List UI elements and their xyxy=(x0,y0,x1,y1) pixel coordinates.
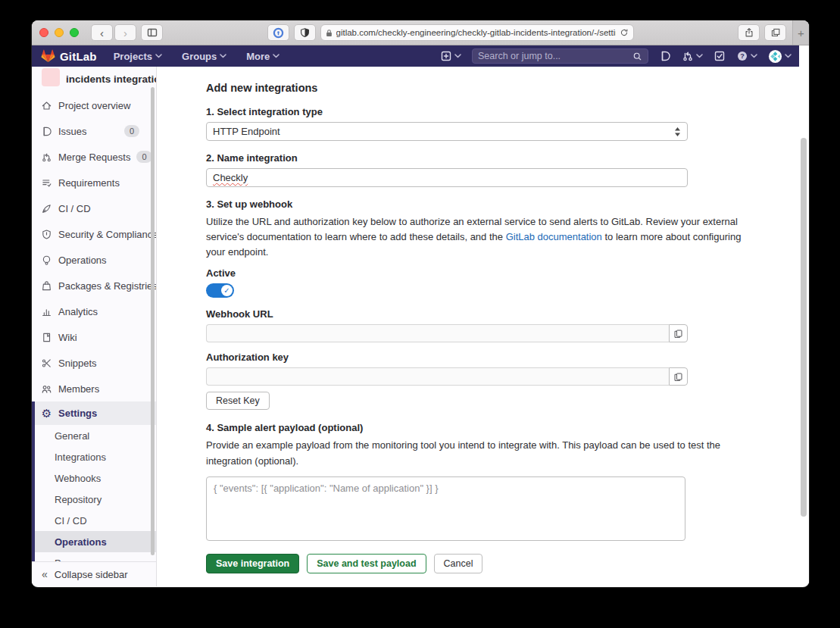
reload-icon[interactable] xyxy=(620,28,629,37)
merge-request-icon xyxy=(682,50,694,62)
zoom-window-button[interactable] xyxy=(70,28,79,37)
gitlab-logo-text[interactable]: GitLab xyxy=(60,50,97,63)
sidebar-item-packages-registries[interactable]: Packages & Registries xyxy=(32,273,156,298)
page-scrollbar-thumb[interactable] xyxy=(801,138,807,517)
back-button[interactable]: ‹ xyxy=(91,24,113,41)
chevron-down-icon xyxy=(454,54,461,58)
global-search[interactable] xyxy=(472,48,648,64)
reset-key-button[interactable]: Reset Key xyxy=(206,392,270,410)
integration-name-input[interactable]: Checkly xyxy=(206,168,688,187)
gitlab-documentation-link[interactable]: GitLab documentation xyxy=(506,231,602,242)
sidebar-item-merge-requests[interactable]: Merge Requests 0 xyxy=(32,144,156,170)
authorization-key-label: Authorization key xyxy=(206,351,781,363)
people-icon xyxy=(41,383,52,395)
lock-icon xyxy=(326,29,333,37)
sidebar-item-wiki[interactable]: Wiki xyxy=(32,324,156,350)
chevron-down-icon xyxy=(785,54,792,58)
authorization-key-input[interactable] xyxy=(206,367,669,386)
settings-sub-webhooks[interactable]: Webhooks xyxy=(35,467,156,489)
cancel-button[interactable]: Cancel xyxy=(434,554,483,573)
todo-nav-icon[interactable] xyxy=(714,50,726,62)
browser-window: ‹ › gitlab.com/checkly-engineering/check… xyxy=(32,20,809,587)
shield-icon xyxy=(41,229,52,240)
gitlab-logo-icon xyxy=(41,49,55,63)
password-extension-icon xyxy=(273,27,284,39)
chevron-down-icon xyxy=(155,54,162,58)
book-icon xyxy=(41,332,52,343)
integration-type-label: 1. Select integration type xyxy=(206,106,781,117)
operations-settings-content: Add new integrations 1. Select integrati… xyxy=(157,67,799,586)
project-sidebar: incidents integration Project overview I… xyxy=(32,67,157,586)
password-extension-button[interactable] xyxy=(267,24,289,41)
sidebar-item-issues[interactable]: Issues 0 xyxy=(32,118,156,144)
copy-icon xyxy=(673,329,683,339)
sidebar-item-analytics[interactable]: Analytics xyxy=(32,298,156,324)
collapse-sidebar-button[interactable]: « Collapse sidebar xyxy=(32,561,156,586)
user-menu-button[interactable] xyxy=(768,49,792,64)
sidebar-item-project-overview[interactable]: Project overview xyxy=(32,92,156,118)
webhook-url-label: Webhook URL xyxy=(206,308,781,320)
new-menu-button[interactable] xyxy=(440,50,461,62)
save-integration-button[interactable]: Save integration xyxy=(206,554,299,573)
minimize-window-button[interactable] xyxy=(55,28,64,37)
active-toggle[interactable]: ✓ xyxy=(206,283,234,298)
sidebar-item-security-compliance[interactable]: Security & Compliance xyxy=(32,221,156,247)
share-button[interactable] xyxy=(738,24,760,41)
sidebar-icon xyxy=(146,27,158,39)
gear-icon: ⚙ xyxy=(41,408,52,419)
copy-webhook-url-button[interactable] xyxy=(669,324,688,342)
sidebar-item-operations[interactable]: Operations xyxy=(32,247,156,273)
svg-text:?: ? xyxy=(740,52,745,60)
page-scrollbar-track[interactable] xyxy=(799,45,809,586)
scissors-icon xyxy=(41,358,52,369)
chevron-down-icon xyxy=(696,54,703,58)
new-tab-button[interactable]: + xyxy=(792,20,809,45)
close-window-button[interactable] xyxy=(39,28,48,37)
merge-request-icon xyxy=(41,152,52,163)
merge-requests-nav-button[interactable] xyxy=(682,50,703,62)
copy-authorization-key-button[interactable] xyxy=(669,367,688,386)
sidebar-item-settings[interactable]: ⚙ Settings xyxy=(35,401,156,425)
settings-sub-repository[interactable]: Repository xyxy=(35,489,156,510)
settings-sub-cicd[interactable]: CI / CD xyxy=(35,510,156,531)
search-icon xyxy=(632,52,642,61)
settings-sub-operations[interactable]: Operations xyxy=(35,531,156,552)
url-field[interactable]: gitlab.com/checkly-engineering/checkly-g… xyxy=(320,24,634,41)
merge-requests-count-badge: 0 xyxy=(136,151,151,163)
tabs-icon xyxy=(770,27,781,38)
select-stepper-icon xyxy=(674,127,681,136)
nav-menu-projects[interactable]: Projects xyxy=(114,51,162,62)
sidebar-toggle-button[interactable] xyxy=(141,24,163,41)
sample-payload-textarea[interactable] xyxy=(206,476,685,541)
integration-type-select[interactable]: HTTP Endpoint xyxy=(206,122,688,141)
save-and-test-payload-button[interactable]: Save and test payload xyxy=(307,554,426,573)
nav-menu-groups[interactable]: Groups xyxy=(182,51,226,62)
issues-count-badge: 0 xyxy=(124,125,139,137)
nav-menu-more[interactable]: More xyxy=(246,51,279,62)
issues-nav-icon[interactable] xyxy=(659,50,671,62)
issues-icon xyxy=(41,126,52,137)
window-controls xyxy=(39,28,79,37)
chevron-down-icon xyxy=(751,54,757,58)
settings-sub-integrations[interactable]: Integrations xyxy=(35,446,156,467)
sidebar-item-members[interactable]: Members xyxy=(32,376,156,401)
rocket-icon xyxy=(41,203,52,214)
collapse-chevrons-icon: « xyxy=(42,568,48,580)
gitlab-navbar: GitLab Projects Groups More xyxy=(32,45,799,67)
settings-section: ⚙ Settings General Integrations Webhooks… xyxy=(32,401,156,561)
settings-sub-pages[interactable]: Pages xyxy=(35,552,156,561)
tab-overview-button[interactable] xyxy=(764,24,786,41)
operations-icon xyxy=(41,255,52,266)
sidebar-item-snippets[interactable]: Snippets xyxy=(32,350,156,376)
sidebar-nav: Project overview Issues 0 Merge Requests… xyxy=(32,92,156,561)
project-header[interactable]: incidents integration xyxy=(32,67,156,86)
sidebar-item-cicd[interactable]: CI / CD xyxy=(32,195,156,221)
help-menu-button[interactable]: ? xyxy=(736,50,757,62)
search-input[interactable] xyxy=(478,51,628,61)
shield-extension-button[interactable] xyxy=(294,24,316,41)
settings-sub-general[interactable]: General xyxy=(35,425,156,446)
sidebar-item-requirements[interactable]: Requirements xyxy=(32,170,156,195)
webhook-url-input[interactable] xyxy=(206,324,669,342)
forward-button[interactable]: › xyxy=(114,24,136,41)
sidebar-scrollbar[interactable] xyxy=(151,87,155,555)
